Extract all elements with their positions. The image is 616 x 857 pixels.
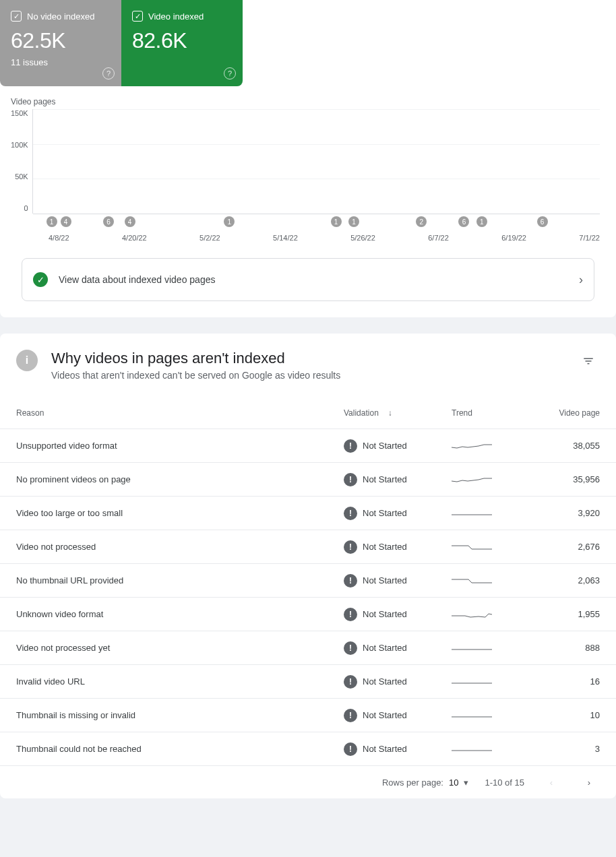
not-started-icon: ! (344, 709, 357, 722)
trend-cell (452, 574, 532, 588)
trend-cell (452, 742, 532, 756)
not-started-icon: ! (344, 675, 357, 689)
not-started-icon: ! (344, 574, 357, 588)
help-icon[interactable]: ? (102, 67, 115, 80)
chart-markers: 14641112616 (11, 216, 600, 228)
reason-cell: Unsupported video format (16, 441, 344, 451)
reason-cell: Video not processed (16, 542, 344, 552)
trend-cell (452, 641, 532, 655)
chart-bars (32, 109, 600, 214)
validation-cell: ! Not Started (344, 507, 452, 520)
chart-y-axis: 150K100K50K0 (11, 109, 32, 214)
trend-cell (452, 709, 532, 722)
validation-cell: ! Not Started (344, 675, 452, 689)
rows-per-page-label: Rows per page: (382, 777, 443, 788)
column-trend[interactable]: Trend (452, 408, 532, 418)
trend-cell (452, 675, 532, 689)
pages-cell: 1,955 (532, 609, 600, 619)
stat-issues: 11 issues (11, 57, 111, 67)
table-row[interactable]: Video not processed ! Not Started 2,676 (0, 530, 616, 564)
validation-cell: ! Not Started (344, 742, 452, 756)
table-row[interactable]: No prominent videos on page ! Not Starte… (0, 463, 616, 497)
trend-cell (452, 608, 532, 621)
pages-cell: 16 (532, 676, 600, 687)
chart-title: Video pages (11, 97, 600, 106)
info-icon: i (16, 350, 38, 371)
validation-cell: ! Not Started (344, 608, 452, 621)
next-page-button[interactable]: › (578, 771, 600, 793)
trend-cell (452, 507, 532, 520)
table-row[interactable]: Video not processed yet ! Not Started 88… (0, 631, 616, 665)
reason-cell: Unknown video format (16, 609, 344, 619)
chart-x-axis: 4/8/224/20/225/2/225/14/225/26/226/7/226… (11, 234, 600, 242)
table-row[interactable]: Invalid video URL ! Not Started 16 (0, 665, 616, 699)
pages-cell: 888 (532, 643, 600, 653)
table-row[interactable]: Thumbnail is missing or invalid ! Not St… (0, 699, 616, 732)
not-started-icon: ! (344, 507, 357, 520)
view-indexed-pages-button[interactable]: ✓ View data about indexed video pages › (22, 258, 594, 301)
sort-down-icon: ↓ (388, 408, 392, 418)
pages-cell: 10 (532, 710, 600, 720)
column-reason[interactable]: Reason (16, 408, 344, 418)
not-started-icon: ! (344, 540, 357, 554)
validation-cell: ! Not Started (344, 540, 452, 554)
stat-label: Video indexed (148, 11, 204, 22)
checkbox-icon: ✓ (11, 11, 22, 22)
pages-cell: 38,055 (532, 441, 600, 451)
table-row[interactable]: Unsupported video format ! Not Started 3… (0, 429, 616, 463)
reason-cell: Thumbnail is missing or invalid (16, 710, 344, 720)
pages-cell: 3 (532, 744, 600, 754)
not-started-icon: ! (344, 742, 357, 756)
validation-cell: ! Not Started (344, 439, 452, 453)
trend-cell (452, 439, 532, 453)
section-title: Why videos in pages aren't indexed (51, 350, 563, 367)
reason-cell: Invalid video URL (16, 676, 344, 687)
not-started-icon: ! (344, 641, 357, 655)
stat-card-no-video[interactable]: ✓ No video indexed 62.5K 11 issues ? (0, 0, 121, 86)
reason-cell: Video not processed yet (16, 643, 344, 653)
reason-cell: No prominent videos on page (16, 474, 344, 484)
table-header-row: Reason Validation ↓ Trend Video page (0, 397, 616, 429)
pages-cell: 35,956 (532, 474, 600, 484)
validation-cell: ! Not Started (344, 641, 452, 655)
dropdown-icon[interactable]: ▾ (464, 777, 468, 788)
checkbox-icon: ✓ (132, 11, 143, 22)
validation-cell: ! Not Started (344, 709, 452, 722)
trend-cell (452, 540, 532, 554)
column-validation[interactable]: Validation ↓ (344, 408, 452, 418)
stat-card-video-indexed[interactable]: ✓ Video indexed 82.6K ? (121, 0, 243, 86)
validation-cell: ! Not Started (344, 574, 452, 588)
table-row[interactable]: Video too large or too small ! Not Start… (0, 497, 616, 530)
stat-label: No video indexed (27, 11, 94, 22)
column-pages[interactable]: Video page (532, 408, 600, 418)
table-row[interactable]: No thumbnail URL provided ! Not Started … (0, 564, 616, 598)
reason-cell: Thumbnail could not be reached (16, 744, 344, 754)
action-text: View data about indexed video pages (59, 274, 568, 285)
section-subtitle: Videos that aren't indexed can't be serv… (51, 370, 563, 381)
pages-cell: 2,676 (532, 542, 600, 552)
stat-value: 82.6K (132, 28, 232, 53)
not-started-icon: ! (344, 608, 357, 621)
pages-cell: 3,920 (532, 508, 600, 518)
table-row[interactable]: Thumbnail could not be reached ! Not Sta… (0, 732, 616, 766)
not-started-icon: ! (344, 473, 357, 486)
prev-page-button[interactable]: ‹ (541, 771, 562, 793)
table-footer: Rows per page: 10 ▾ 1-10 of 15 ‹ › (0, 766, 616, 798)
filter-icon[interactable] (577, 350, 600, 375)
rows-per-page-value[interactable]: 10 (449, 777, 458, 788)
help-icon[interactable]: ? (224, 67, 236, 80)
stat-value: 62.5K (11, 28, 111, 53)
check-circle-icon: ✓ (33, 272, 48, 287)
not-started-icon: ! (344, 439, 357, 453)
table-row[interactable]: Unknown video format ! Not Started 1,955 (0, 598, 616, 631)
validation-cell: ! Not Started (344, 473, 452, 486)
reason-cell: Video too large or too small (16, 508, 344, 518)
reason-cell: No thumbnail URL provided (16, 575, 344, 585)
page-range: 1-10 of 15 (485, 777, 524, 788)
trend-cell (452, 473, 532, 486)
chevron-right-icon: › (579, 273, 583, 287)
pages-cell: 2,063 (532, 575, 600, 585)
